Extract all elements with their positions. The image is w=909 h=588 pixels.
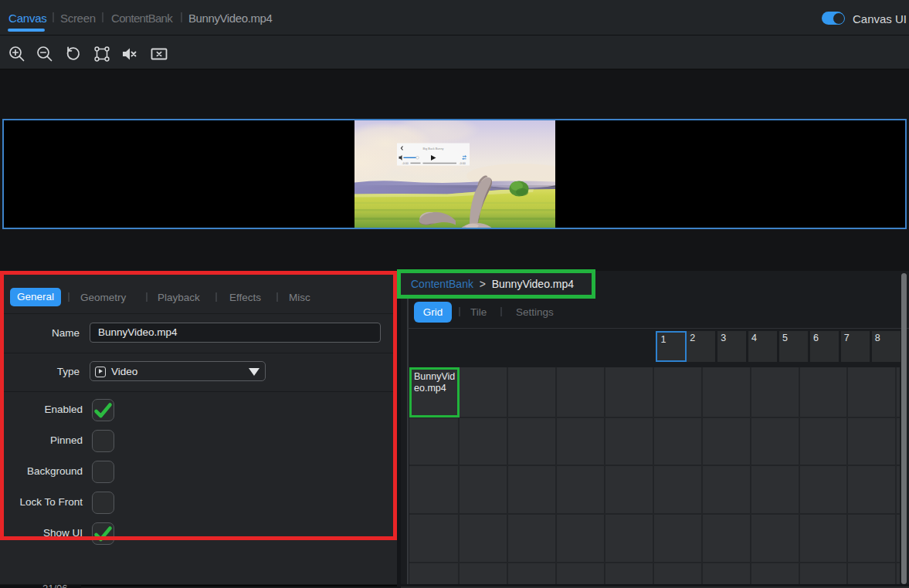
svg-text:Big Buck Bunny: Big Buck Bunny <box>423 147 444 150</box>
svg-text:-0:00: -0:00 <box>460 162 466 165</box>
svg-text:-0:00: -0:00 <box>402 162 409 165</box>
